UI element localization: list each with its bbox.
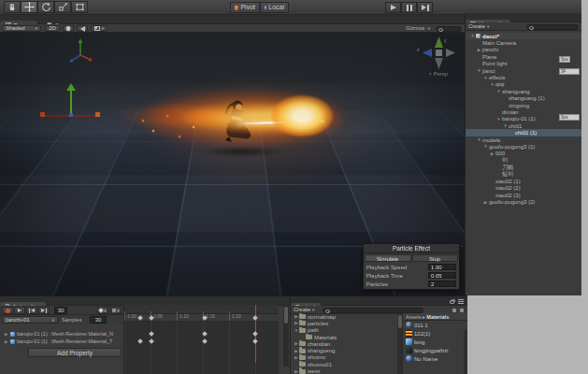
perspective-label[interactable]: < Persp bbox=[417, 71, 460, 77]
hierarchy-row[interactable]: ▶ guofu-pugong3 (2) bbox=[466, 198, 581, 205]
rotate-tool-button[interactable] bbox=[37, 1, 54, 13]
gizmos-dropdown[interactable]: Gizmos ▾ bbox=[402, 25, 434, 32]
scale-tool-button[interactable] bbox=[54, 1, 71, 13]
folder-row[interactable]: ▶ shuimo bbox=[291, 354, 397, 361]
folder-row[interactable]: shuimo01 bbox=[291, 361, 397, 367]
hierarchy-row[interactable]: ▼ daoci* bbox=[466, 33, 581, 39]
gizmo-y-axis[interactable] bbox=[70, 90, 72, 116]
play-anim-button[interactable] bbox=[14, 307, 25, 314]
asset-row[interactable]: No Name bbox=[403, 354, 467, 363]
hierarchy-search-input[interactable] bbox=[526, 24, 579, 30]
lighting-toggle[interactable] bbox=[63, 25, 74, 32]
hierarchy-row[interactable]: xiao02 (1) bbox=[466, 178, 581, 184]
list-view-icon[interactable] bbox=[452, 309, 456, 312]
foldout-icon[interactable]: ▼ bbox=[482, 144, 489, 149]
folder-row[interactable]: ▼ path bbox=[291, 327, 397, 334]
add-property-button[interactable]: Add Property bbox=[28, 348, 122, 357]
step-button[interactable] bbox=[417, 2, 433, 13]
record-button[interactable] bbox=[2, 307, 13, 314]
effects-dropdown[interactable]: ▾ bbox=[91, 25, 108, 32]
asset-row[interactable]: 122(1) bbox=[403, 329, 467, 338]
audio-toggle[interactable] bbox=[77, 25, 88, 32]
hierarchy-row[interactable]: ▶ 000 bbox=[466, 151, 581, 157]
asset-row[interactable]: bingjingpaihzi bbox=[403, 346, 467, 354]
breadcrumb[interactable]: Assets ▸ Materials bbox=[403, 313, 467, 321]
character-model[interactable] bbox=[209, 95, 267, 155]
folder-row[interactable]: ▶ shangceng bbox=[291, 347, 397, 353]
asset-row[interactable]: 011-1 bbox=[403, 321, 467, 329]
hierarchy-row[interactable]: xiao02 (3) bbox=[466, 192, 581, 198]
hierarchy-row[interactable]: ▼ models bbox=[466, 137, 581, 143]
hierarchy-row[interactable]: Main Camera bbox=[466, 39, 581, 46]
gizmo-handle-right[interactable] bbox=[95, 112, 100, 117]
rect-tool-button[interactable] bbox=[71, 1, 88, 13]
hierarchy-row[interactable]: xiao02 (2) bbox=[466, 185, 581, 192]
foldout-icon[interactable]: ▼ bbox=[476, 68, 482, 73]
scrollbar-thumb[interactable] bbox=[284, 307, 288, 324]
foldout-icon[interactable]: ▼ bbox=[476, 137, 482, 142]
menu-icon[interactable] bbox=[458, 299, 464, 304]
particle-row-value[interactable]: 0.05 bbox=[428, 272, 456, 279]
particle-row-value[interactable]: 2 bbox=[428, 280, 456, 287]
dopesheet[interactable]: 1:001:051:101:151:20 bbox=[123, 305, 279, 374]
foldout-icon[interactable]: ▼ bbox=[482, 76, 489, 80]
asset-row[interactable]: bing bbox=[403, 338, 467, 346]
hierarchy-create-button[interactable]: Create ▾ bbox=[468, 23, 489, 29]
folder-row[interactable]: Materials bbox=[291, 334, 397, 340]
rect-icon bbox=[75, 2, 85, 12]
move-tool-button[interactable] bbox=[21, 1, 37, 13]
play-button[interactable] bbox=[385, 2, 401, 13]
grid-view-icon[interactable] bbox=[460, 309, 464, 312]
samples-field[interactable]: 30 bbox=[90, 316, 107, 324]
hierarchy-row[interactable]: 刀鞘 bbox=[466, 164, 581, 170]
foldout-icon[interactable]: ▼ bbox=[489, 82, 495, 87]
folder-row[interactable]: ▶ chandian bbox=[291, 340, 397, 347]
foldout-icon[interactable]: ▶ bbox=[489, 151, 495, 156]
foldout-icon[interactable]: ▼ bbox=[495, 117, 502, 122]
pause-button[interactable] bbox=[401, 2, 417, 13]
hierarchy-row[interactable]: ▶ jianchi bbox=[466, 47, 581, 53]
gizmo-handle-left[interactable] bbox=[40, 112, 45, 117]
simulate-button[interactable]: Simulate bbox=[365, 254, 411, 262]
foldout-icon[interactable]: ▼ bbox=[495, 89, 502, 94]
add-event-button[interactable]: + bbox=[110, 307, 122, 314]
assets-scrollbar[interactable] bbox=[464, 330, 467, 374]
folder-row[interactable]: ▶ particles bbox=[291, 320, 397, 326]
animation-track-row[interactable]: ▶ banqiu-01 (1) : Mesh Renderer.Material… bbox=[0, 330, 123, 338]
animation-scrollbar[interactable] bbox=[283, 305, 289, 367]
pivot-toggle-button[interactable]: Pivot bbox=[230, 2, 260, 13]
2d-toggle[interactable]: 2D bbox=[45, 25, 60, 32]
hierarchy-row[interactable]: ▼ guofu-pugong3 (1) bbox=[466, 143, 581, 150]
local-toggle-button[interactable]: Local bbox=[260, 2, 289, 13]
particle-row-value[interactable]: 1.00 bbox=[428, 264, 456, 270]
gizmo-down-cone bbox=[435, 58, 443, 69]
frame-field[interactable]: 30 bbox=[54, 307, 67, 314]
prev-key-button[interactable] bbox=[26, 307, 37, 314]
gizmo-y-arrowhead[interactable] bbox=[66, 83, 76, 91]
foldout-icon[interactable]: ▼ bbox=[469, 34, 476, 38]
gizmo-y-cone bbox=[435, 36, 443, 48]
scene-search-input[interactable] bbox=[436, 26, 462, 32]
animation-track-row[interactable]: ▶ banqiu-01 (1) : Mesh Renderer.Material… bbox=[0, 338, 123, 345]
pan-tool-button[interactable] bbox=[4, 1, 21, 13]
breadcrumb-root[interactable]: Assets bbox=[406, 314, 422, 320]
stop-button[interactable]: Stop bbox=[412, 254, 459, 262]
folder-row[interactable]: ▶ weixi bbox=[291, 367, 397, 374]
lock-icon[interactable] bbox=[450, 300, 454, 304]
foldout-icon[interactable]: ▼ bbox=[502, 123, 509, 128]
scene-orientation-gizmo[interactable]: y z bbox=[417, 35, 460, 72]
project-search-input[interactable] bbox=[323, 308, 423, 313]
hierarchy-row[interactable]: 剑 bbox=[466, 157, 581, 164]
folder-row[interactable]: ▶ normalmap bbox=[291, 313, 397, 320]
foldout-icon[interactable]: ▶ bbox=[482, 200, 489, 205]
animation-tracks: ▶ banqiu-01 (1) : Mesh Renderer.Material… bbox=[0, 330, 123, 345]
foldout-icon[interactable]: ▶ bbox=[476, 48, 482, 52]
project-create-button[interactable]: Create ▾ bbox=[294, 307, 314, 312]
add-keyframe-button[interactable]: + bbox=[97, 307, 108, 314]
hierarchy-row[interactable]: 短剑 bbox=[466, 171, 581, 178]
gizmo-handle-center[interactable] bbox=[69, 113, 73, 117]
hierarchy-item-label: models bbox=[482, 137, 500, 143]
shading-mode-dropdown[interactable]: Shaded ▾ bbox=[2, 25, 41, 32]
clip-dropdown[interactable]: jianchi-01 ▾ bbox=[2, 316, 58, 324]
next-key-button[interactable] bbox=[38, 307, 50, 314]
